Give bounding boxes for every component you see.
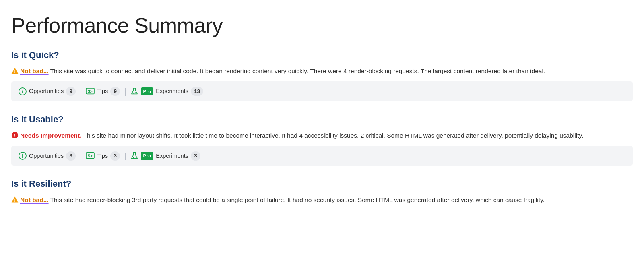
metric-experiments-usable[interactable]: Pro Experiments 3 (130, 151, 200, 160)
experiments-icon (130, 152, 138, 160)
status-icon-usable: ! (11, 130, 19, 141)
status-label-resilient: Not bad... (20, 196, 49, 203)
section-summary-quick: !Not bad... This site was quick to conne… (11, 66, 633, 76)
section-heading-quick: Is it Quick? (11, 48, 633, 62)
opportunities-count: 9 (66, 87, 76, 96)
svg-text:i: i (22, 89, 23, 95)
svg-text:$>: $> (88, 89, 93, 94)
section-heading-usable: Is it Usable? (11, 113, 633, 126)
metric-separator-1: | (80, 150, 82, 162)
section-heading-resilient: Is it Resilient? (11, 177, 633, 190)
metrics-bar-quick: i Opportunities 9 | $> Tips 9 | (11, 81, 633, 101)
tips-icon: $> (86, 87, 95, 95)
tips-label: Tips (97, 152, 108, 161)
section-resilient: Is it Resilient?!Not bad... This site ha… (11, 177, 633, 205)
section-quick: Is it Quick?!Not bad... This site was qu… (11, 48, 633, 101)
status-icon-quick: ! (11, 66, 19, 76)
svg-point-15 (133, 157, 134, 158)
svg-text:i: i (22, 153, 23, 159)
page-title: Performance Summary (11, 10, 633, 41)
svg-point-16 (134, 157, 135, 157)
experiments-count: 3 (191, 151, 200, 160)
experiments-count: 13 (191, 87, 203, 96)
metric-opportunities-usable[interactable]: i Opportunities 3 (19, 151, 76, 160)
metric-tips-usable[interactable]: $> Tips 3 (86, 151, 120, 160)
metrics-bar-usable: i Opportunities 3 | $> Tips 3 | (11, 146, 633, 166)
status-label-usable: Needs Improvement. (20, 132, 81, 139)
metric-separator-2: | (124, 150, 126, 162)
metric-opportunities-quick[interactable]: i Opportunities 9 (19, 87, 76, 96)
experiments-label: Experiments (156, 152, 188, 161)
tips-count: 9 (110, 87, 120, 96)
svg-point-7 (134, 92, 135, 93)
svg-text:$>: $> (88, 154, 93, 158)
status-icon-resilient: ! (11, 194, 19, 205)
section-summary-usable: !Needs Improvement. This site had minor … (11, 130, 633, 141)
opportunities-label: Opportunities (29, 152, 64, 161)
metric-tips-quick[interactable]: $> Tips 9 (86, 87, 120, 96)
opportunities-icon: i (19, 152, 27, 160)
experiments-label: Experiments (156, 87, 188, 96)
metric-separator-1: | (80, 85, 82, 97)
tips-label: Tips (97, 87, 108, 96)
opportunities-label: Opportunities (29, 87, 64, 96)
status-label-quick: Not bad... (20, 68, 49, 74)
pro-badge: Pro (141, 152, 154, 160)
opportunities-count: 3 (66, 151, 76, 160)
metric-separator-2: | (124, 85, 126, 97)
tips-icon: $> (86, 152, 95, 160)
svg-text:!: ! (14, 133, 16, 138)
svg-point-6 (133, 93, 134, 94)
pro-badge: Pro (141, 87, 154, 96)
opportunities-icon: i (19, 87, 27, 95)
svg-text:!: ! (14, 199, 16, 203)
svg-text:!: ! (14, 70, 16, 74)
section-usable: Is it Usable?!Needs Improvement. This si… (11, 113, 633, 166)
tips-count: 3 (110, 151, 120, 160)
section-summary-resilient: !Not bad... This site had render-blockin… (11, 194, 633, 205)
metric-experiments-quick[interactable]: Pro Experiments 13 (130, 87, 203, 96)
experiments-icon (130, 87, 138, 95)
